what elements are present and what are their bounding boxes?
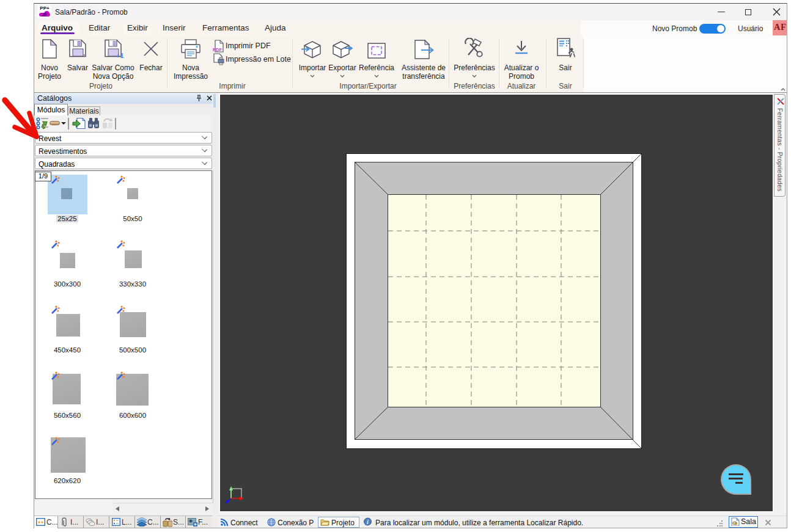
svg-text:PDF: PDF [213, 47, 222, 53]
svg-text:+1: +1 [116, 52, 124, 59]
svg-text:i: i [367, 519, 369, 525]
